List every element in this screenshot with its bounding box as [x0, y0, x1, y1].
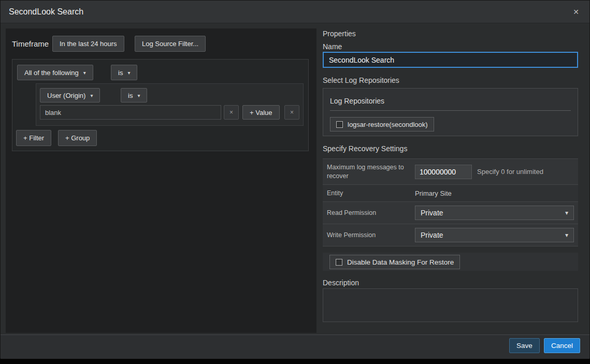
- divider: [330, 110, 571, 111]
- log-repositories-box: Log Repositories logsar-restore(secondlo…: [323, 88, 578, 136]
- recovery-settings-table: Maximum log messages to recover Specify …: [323, 158, 578, 246]
- log-source-filter-button[interactable]: Log Source Filter...: [135, 36, 206, 52]
- remove-icon: ×: [229, 109, 233, 116]
- remove-filter-button[interactable]: ×: [284, 105, 299, 120]
- group-operator-dropdown[interactable]: All of the following ▾: [17, 65, 93, 80]
- rule-condition-dropdown[interactable]: is ▾: [121, 88, 147, 103]
- rule-condition-label: is: [128, 92, 133, 99]
- write-permission-label: Write Permission: [323, 231, 415, 240]
- group-condition-label: is: [118, 69, 123, 77]
- add-group-button[interactable]: + Group: [58, 130, 97, 146]
- repository-checkbox[interactable]: [336, 121, 343, 128]
- write-permission-value: Private: [421, 231, 443, 239]
- title-bar: SecondLook Search ✕: [1, 1, 589, 23]
- timeframe-button[interactable]: In the last 24 hours: [52, 36, 124, 52]
- rule-value-input[interactable]: [40, 105, 221, 120]
- max-log-messages-input[interactable]: [415, 165, 472, 179]
- disable-data-masking-label: Disable Data Masking For Restore: [347, 258, 454, 266]
- cancel-button[interactable]: Cancel: [544, 338, 580, 353]
- rule-field-dropdown[interactable]: User (Origin) ▾: [40, 88, 100, 103]
- timeframe-label: Timeframe: [12, 39, 49, 48]
- entity-value: Primary Site: [415, 190, 452, 197]
- table-row: Read Permission Private ▾: [323, 202, 578, 224]
- chevron-down-icon: ▾: [83, 69, 86, 76]
- entity-label: Entity: [323, 189, 415, 198]
- properties-label: Properties: [323, 30, 356, 38]
- repository-item[interactable]: logsar-restore(secondlook): [330, 117, 434, 132]
- footer-bar: Save Cancel: [1, 334, 589, 359]
- chevron-down-icon: ▾: [90, 92, 93, 98]
- description-label: Description: [323, 279, 359, 287]
- recovery-settings-label: Specify Recovery Settings: [323, 144, 407, 153]
- secondlook-search-dialog: SecondLook Search ✕ Timeframe In the las…: [0, 0, 590, 358]
- table-row: Entity Primary Site: [323, 185, 578, 202]
- repository-item-label: logsar-restore(secondlook): [348, 121, 428, 128]
- table-row: Write Permission Private ▾: [323, 224, 578, 246]
- group-operator-label: All of the following: [24, 69, 79, 77]
- select-log-repositories-label: Select Log Repositories: [323, 76, 399, 84]
- log-repositories-header: Log Repositories: [330, 97, 384, 105]
- max-log-messages-label: Maximum log messages to recover: [323, 163, 415, 181]
- add-filter-button[interactable]: + Filter: [16, 130, 51, 146]
- disable-data-masking-option[interactable]: Disable Data Masking For Restore: [329, 255, 460, 269]
- write-permission-select[interactable]: Private ▾: [415, 228, 574, 242]
- description-textarea[interactable]: [323, 288, 578, 322]
- remove-icon: ×: [290, 109, 294, 116]
- chevron-down-icon: ▾: [127, 69, 130, 76]
- table-row: Maximum log messages to recover Specify …: [323, 159, 578, 185]
- read-permission-label: Read Permission: [323, 209, 415, 217]
- chevron-down-icon: ▾: [137, 92, 140, 98]
- name-input[interactable]: [323, 52, 578, 68]
- rule-field-label: User (Origin): [47, 92, 85, 99]
- unlimited-hint: Specify 0 for unlimited: [477, 168, 543, 176]
- data-masking-box: Disable Data Masking For Restore: [323, 253, 578, 271]
- dialog-title: SecondLook Search: [9, 7, 83, 17]
- disable-data-masking-checkbox[interactable]: [336, 259, 342, 266]
- remove-value-button[interactable]: ×: [224, 105, 239, 120]
- chevron-down-icon: ▾: [565, 231, 568, 239]
- name-label: Name: [323, 42, 342, 51]
- read-permission-value: Private: [421, 209, 443, 217]
- group-condition-dropdown[interactable]: is ▾: [111, 65, 137, 80]
- save-button[interactable]: Save: [509, 338, 540, 353]
- read-permission-select[interactable]: Private ▾: [415, 206, 574, 220]
- chevron-down-icon: ▾: [565, 209, 568, 216]
- close-icon[interactable]: ✕: [571, 6, 581, 18]
- add-value-button[interactable]: + Value: [242, 105, 280, 120]
